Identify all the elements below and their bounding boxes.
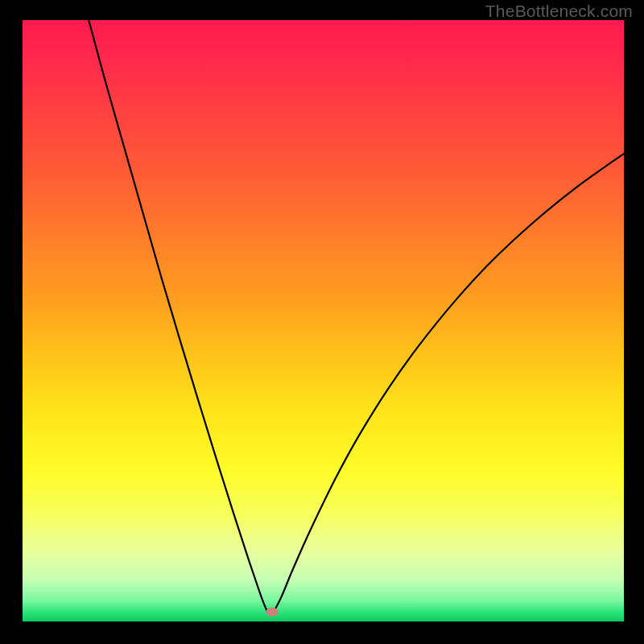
watermark-text: TheBottleneck.com bbox=[485, 2, 633, 21]
chart-stage: TheBottleneck.com bbox=[0, 0, 644, 644]
v-curve bbox=[23, 20, 624, 621]
plot-area bbox=[23, 20, 624, 621]
minimum-marker bbox=[266, 608, 279, 617]
